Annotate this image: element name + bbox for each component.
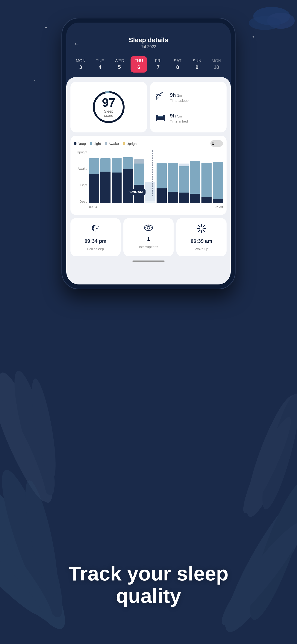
bar-2 (100, 150, 110, 203)
score-label: Sleep score (100, 110, 118, 118)
svg-text:Z: Z (159, 92, 161, 96)
sleep-icon: Z Z Z (155, 90, 166, 104)
svg-point-7 (138, 14, 138, 14)
chart-tooltip: 02:07AM (127, 189, 146, 195)
woke-up-label: Woke up (195, 247, 208, 251)
score-card: 97 Sleep score (70, 82, 147, 132)
fell-asleep-label: Fell asleep (87, 247, 104, 251)
x-axis: 09:34 06:39 (89, 204, 223, 210)
x-label-end: 06:39 (215, 205, 223, 209)
day-item-thu6[interactable]: THU 6 (130, 56, 147, 72)
time-asleep-label: Time asleep (170, 98, 222, 102)
day-item-mon10[interactable]: MON 10 (208, 56, 225, 72)
legend-upright: Upright (123, 142, 138, 146)
svg-point-4 (252, 36, 254, 38)
bar-12 (213, 150, 223, 203)
chart-bars: 02:07AM (89, 150, 223, 204)
promo-line2: quality (116, 584, 181, 607)
y-label-awake: Awake (74, 167, 89, 170)
home-bar (132, 260, 164, 262)
day-number: 9 (196, 64, 198, 70)
svg-rect-38 (158, 116, 163, 117)
legend-label-deep: Deep (78, 142, 86, 146)
fell-asleep-time: 09:34 pm (84, 238, 106, 244)
day-item-mon3[interactable]: MON 3 (72, 56, 89, 72)
bar-7 (156, 150, 167, 203)
sun-icon (196, 224, 206, 236)
promo-area: Track your sleep quality (0, 437, 297, 644)
svg-line-48 (145, 227, 146, 227)
time-in-bed-label: Time in bed (170, 119, 222, 123)
day-name: FRI (155, 58, 162, 63)
svg-line-56 (204, 230, 205, 232)
svg-rect-39 (156, 120, 157, 121)
chart-dashed-line (152, 150, 153, 196)
day-item-tue4[interactable]: TUE 4 (92, 56, 108, 72)
woke-up-card: 06:39 am Woke up (176, 218, 226, 256)
bar-3 (112, 150, 122, 203)
back-button[interactable]: ← (73, 40, 80, 48)
svg-text:Z: Z (161, 92, 163, 95)
bar-5 (134, 150, 144, 203)
bar-1 (89, 150, 99, 203)
svg-point-44 (147, 226, 150, 229)
time-asleep-info: 9h 1m Time asleep (170, 92, 222, 102)
svg-point-43 (144, 225, 153, 230)
day-name: WED (115, 58, 124, 63)
chart-card: Deep Light Awake Upright (70, 136, 226, 215)
svg-point-50 (200, 227, 203, 230)
day-name: MON (212, 58, 221, 63)
time-asleep-value: 9h 1m (170, 92, 222, 98)
header-subtitle: Jul 2023 (73, 44, 224, 49)
thermometer-icon: 🌡 (211, 141, 215, 146)
bar-11 (202, 150, 212, 203)
legend-awake: Awake (105, 142, 119, 146)
svg-point-10 (249, 16, 281, 30)
x-label-start: 09:34 (89, 205, 97, 209)
day-name: SAT (174, 58, 182, 63)
legend-light: Light (90, 142, 101, 146)
content-area: 97 Sleep score Z (66, 77, 231, 284)
svg-line-57 (204, 225, 205, 226)
sleep-chart: Upright Awake Light Deep (74, 150, 223, 210)
svg-line-58 (198, 230, 200, 232)
day-name: THU (134, 58, 143, 63)
y-axis: Upright Awake Light Deep (74, 150, 89, 204)
svg-point-5 (34, 80, 35, 81)
day-number: 10 (214, 64, 219, 70)
legend-label-upright: Upright (126, 142, 138, 146)
time-card: Z Z Z 9h 1m Time asleep (150, 82, 226, 132)
svg-line-49 (151, 227, 152, 227)
svg-rect-37 (163, 115, 165, 117)
score-number: 97 (100, 96, 118, 108)
day-selector: MON 3 TUE 4 WED 5 THU 6 FRI 7 (66, 54, 231, 77)
svg-text:✦: ✦ (244, 0, 246, 0)
legend-dot-upright (123, 142, 125, 145)
svg-rect-36 (156, 115, 158, 117)
day-number: 4 (98, 64, 101, 70)
day-name: SUN (193, 58, 202, 63)
legend-dot-deep (74, 142, 76, 145)
time-asleep-row: Z Z Z 9h 1m Time asleep (155, 88, 222, 106)
day-item-wed5[interactable]: WED 5 (111, 56, 128, 72)
svg-point-0 (45, 27, 47, 28)
day-item-fri7[interactable]: FRI 7 (150, 56, 166, 72)
day-item-sat8[interactable]: SAT 8 (169, 56, 186, 72)
phone-frame: ← Sleep details Jul 2023 MON 3 TUE 4 WED… (62, 18, 235, 288)
score-circle: 97 Sleep score (90, 89, 127, 126)
promo-text: Track your sleep quality (68, 562, 228, 607)
top-cards: 97 Sleep score Z (70, 82, 226, 132)
interruptions-value: 1 (147, 236, 150, 242)
home-indicator (70, 256, 226, 266)
app-header: ← Sleep details Jul 2023 (66, 34, 231, 54)
day-name: TUE (96, 58, 104, 63)
legend-label-awake: Awake (108, 142, 119, 146)
y-label-upright: Upright (74, 150, 89, 154)
day-item-sun9[interactable]: SUN 9 (189, 56, 205, 72)
svg-point-9 (267, 13, 295, 29)
chart-legend: Deep Light Awake Upright (74, 140, 223, 147)
temperature-toggle[interactable]: 🌡 (210, 140, 223, 147)
promo-line1: Track your sleep (68, 562, 228, 585)
legend-deep: Deep (74, 142, 86, 146)
interruptions-label: Interruptions (139, 245, 158, 249)
